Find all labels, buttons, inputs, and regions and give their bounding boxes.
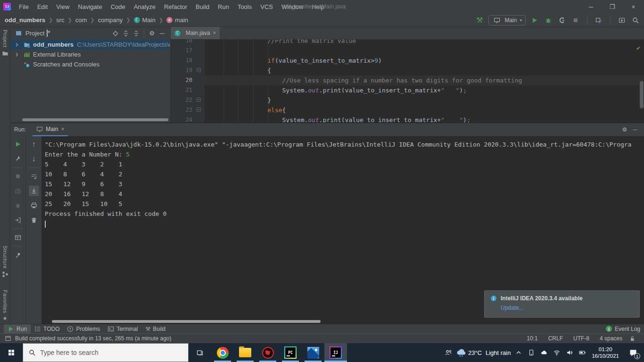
file-explorer-button[interactable] <box>234 343 256 362</box>
update-notification[interactable]: IntelliJ IDEA 2020.3.4 available Update.… <box>484 290 640 318</box>
menu-navigate[interactable]: Navigate <box>74 0 106 13</box>
hide-panel-icon[interactable]: ─ <box>157 29 167 38</box>
window-icon[interactable] <box>5 335 11 342</box>
settings-gear-icon[interactable]: ⚙ <box>619 127 630 132</box>
red-app-button[interactable] <box>256 343 279 362</box>
breadcrumb-item-com[interactable]: com <box>75 16 87 24</box>
search-everywhere-button[interactable] <box>631 16 640 25</box>
fold-marker-icon[interactable] <box>197 98 201 102</box>
action-center-button[interactable]: 1 <box>625 343 641 362</box>
status-indent-size[interactable]: 4 spaces <box>600 335 622 342</box>
minimize-icon[interactable]: ─ <box>580 0 602 13</box>
taskbar-search[interactable] <box>23 343 189 362</box>
status-message[interactable]: Build completed successfully in 13 sec, … <box>15 335 172 342</box>
volume-icon[interactable] <box>566 349 573 356</box>
stop-button[interactable] <box>13 171 23 181</box>
code-line-22[interactable]: 22 } <box>171 95 644 105</box>
chevron-right-icon[interactable] <box>13 51 21 58</box>
code-line-24[interactable]: 24 System.out.print(value_to_insert_to_m… <box>171 115 644 123</box>
toolwindow-tab-todo[interactable]: TODO <box>31 324 63 334</box>
tool-tab-favorites[interactable]: Favorites★ <box>2 290 8 321</box>
code-area[interactable]: 16 //Print the matrix value1718 if(value… <box>171 40 644 123</box>
editor-tab-main-java[interactable]: C Main.java × <box>171 27 220 39</box>
pin-tab-button[interactable] <box>13 250 23 260</box>
menu-tools[interactable]: Tools <box>233 0 256 13</box>
fold-marker-icon[interactable] <box>197 107 201 112</box>
code-line-23[interactable]: 23 else{ <box>171 105 644 115</box>
project-panel-title[interactable]: Project <box>25 30 44 37</box>
soft-wrap-button[interactable] <box>29 171 39 181</box>
device-icon[interactable] <box>528 349 535 356</box>
run-anything-button[interactable] <box>617 16 627 25</box>
breadcrumb-item-company[interactable]: company <box>98 16 123 24</box>
run-config-combo[interactable]: Main▾ <box>488 15 526 25</box>
onedrive-icon[interactable] <box>541 349 547 356</box>
clear-all-button[interactable] <box>29 215 39 225</box>
close-tab-icon[interactable]: × <box>213 30 216 36</box>
menu-vcs[interactable]: VCS <box>256 0 277 13</box>
task-view-button[interactable] <box>189 343 211 362</box>
exit-button[interactable] <box>13 215 23 225</box>
fold-marker-icon[interactable] <box>197 68 201 72</box>
menu-run[interactable]: Run <box>214 0 233 13</box>
tree-item-scratches-and-consoles[interactable]: Scratches and Consoles <box>10 59 170 69</box>
breadcrumb-item-main[interactable]: mmain <box>166 16 188 24</box>
settings-gear-icon[interactable]: ⚙ <box>147 29 157 38</box>
chevron-right-icon[interactable] <box>13 41 21 48</box>
scroll-to-end-button[interactable] <box>29 186 39 196</box>
tool-tab-structure[interactable]: Structure <box>2 246 8 278</box>
build-hammer-icon[interactable]: ⚒ <box>475 16 484 25</box>
status-caret-position[interactable]: 10:1 <box>527 335 537 342</box>
run-tab-main[interactable]: Main × <box>33 123 68 136</box>
chevron-down-icon[interactable]: ▼ <box>47 30 48 37</box>
menu-code[interactable]: Code <box>107 0 130 13</box>
menu-analyze[interactable]: Analyze <box>130 0 160 13</box>
menu-refactor[interactable]: Refactor <box>160 0 191 13</box>
rerun-failed-button[interactable] <box>13 200 23 211</box>
locate-icon[interactable] <box>110 29 121 38</box>
project-structure-button[interactable] <box>594 16 603 25</box>
code-line-18[interactable]: 18 if(value_to_insert_to_matrix>9) <box>171 56 644 66</box>
hide-panel-icon[interactable]: ─ <box>630 127 640 132</box>
breadcrumb-item-src[interactable]: src <box>56 16 64 24</box>
maximize-icon[interactable]: ❐ <box>602 0 623 13</box>
status-file-encoding[interactable]: UTF-8 <box>573 335 589 342</box>
lock-icon[interactable] <box>629 335 636 342</box>
tree-item-external-libraries[interactable]: External Libraries <box>10 49 170 59</box>
debug-button[interactable] <box>544 16 553 25</box>
code-line-16[interactable]: 16 //Print the matrix value <box>171 40 644 46</box>
menu-file[interactable]: File <box>15 0 33 13</box>
stop-button[interactable] <box>571 16 580 25</box>
wifi-icon[interactable] <box>553 349 560 356</box>
console-horizontal-scrollbar[interactable] <box>52 320 321 323</box>
toolwindow-tab-problems[interactable]: Problems <box>63 324 104 334</box>
pycharm-button[interactable]: PC <box>279 343 302 362</box>
close-icon[interactable]: × <box>623 0 644 13</box>
breadcrumb-item-Main[interactable]: CMain <box>134 16 156 24</box>
print-button[interactable] <box>29 200 39 211</box>
menu-build[interactable]: Build <box>191 0 214 13</box>
code-line-17[interactable]: 17 <box>171 46 644 56</box>
prev-occurrence-button[interactable]: ↑ <box>29 139 39 149</box>
tool-tab-project[interactable]: Project <box>2 30 8 57</box>
toolwindow-tab-build[interactable]: ⚒Build <box>142 324 169 334</box>
expand-all-icon[interactable] <box>121 29 131 38</box>
thread-snapshot-button[interactable] <box>13 186 23 196</box>
chevron-up-icon[interactable] <box>515 349 522 356</box>
code-line-20[interactable]: 20 //Use less spacing if a number has tw… <box>171 75 644 85</box>
editor-vertical-scrollbar[interactable] <box>640 81 644 108</box>
tree-item-odd_numbers[interactable]: odd_numbersC:\Users\STARBOY\IdeaProjects… <box>10 40 170 49</box>
menu-view[interactable]: View <box>52 0 74 13</box>
breadcrumb-item-odd_numbers[interactable]: odd_numbers <box>5 16 45 24</box>
code-line-21[interactable]: 21 System.out.print(value_to_insert_to_m… <box>171 85 644 95</box>
restore-layout-button[interactable] <box>13 232 23 243</box>
code-line-19[interactable]: 19 { <box>171 66 644 75</box>
battery-icon[interactable] <box>579 349 586 356</box>
next-occurrence-button[interactable]: ↓ <box>29 154 39 164</box>
update-link[interactable]: Update... <box>501 304 634 311</box>
photos-button[interactable] <box>302 343 324 362</box>
run-button[interactable] <box>530 16 539 25</box>
edit-configuration-button[interactable] <box>13 154 23 164</box>
event-log-button[interactable]: 1 Event Log <box>606 326 640 332</box>
project-horizontal-scrollbar[interactable] <box>22 118 168 121</box>
